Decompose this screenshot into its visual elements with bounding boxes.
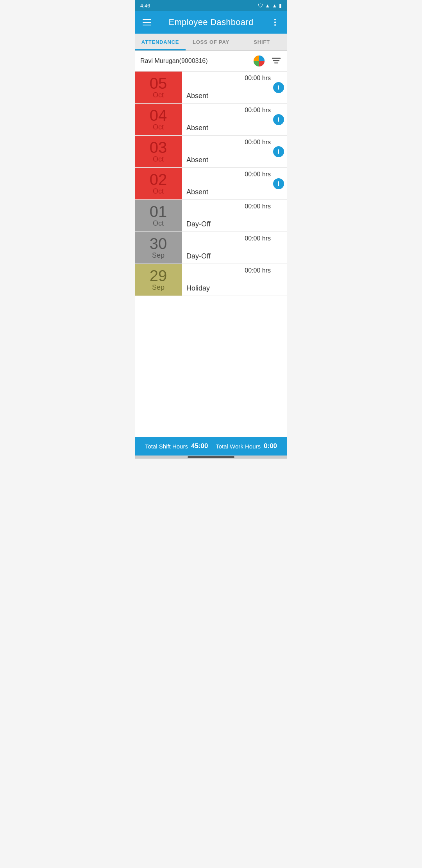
date-day: 02 bbox=[150, 172, 167, 187]
info-button[interactable]: i bbox=[273, 114, 284, 125]
attendance-hours: 00:00 hrs bbox=[186, 107, 283, 114]
work-hours-label: Total Work Hours bbox=[216, 443, 261, 450]
info-column: 00:00 hrsAbsenti bbox=[182, 136, 287, 167]
tab-attendance[interactable]: ATTENDANCE bbox=[135, 34, 186, 50]
attendance-status: Day-Off bbox=[186, 252, 283, 260]
header-title: Employee Dashboard bbox=[169, 17, 254, 27]
attendance-row: 29Sep00:00 hrsHoliday bbox=[135, 264, 287, 296]
battery-icon: ▮ bbox=[279, 3, 282, 9]
date-month: Oct bbox=[153, 219, 164, 228]
attendance-row: 03Oct00:00 hrsAbsenti bbox=[135, 136, 287, 168]
pie-chart-icon[interactable] bbox=[253, 55, 265, 67]
menu-button[interactable] bbox=[141, 16, 153, 28]
status-bar: 4:46 🛡 ▲ ▲ ▮ bbox=[135, 0, 287, 11]
attendance-hours: 00:00 hrs bbox=[186, 203, 283, 210]
attendance-status: Absent bbox=[186, 156, 283, 164]
wifi-icon: ▲ bbox=[272, 3, 277, 9]
info-column: 00:00 hrsAbsenti bbox=[182, 104, 287, 135]
date-column: 01Oct bbox=[135, 200, 182, 231]
signal-icon: ▲ bbox=[265, 3, 270, 9]
tab-bar: ATTENDANCE LOSS OF PAY SHIFT bbox=[135, 34, 287, 51]
attendance-status: Absent bbox=[186, 188, 283, 196]
date-column: 30Sep bbox=[135, 232, 182, 264]
attendance-row: 30Sep00:00 hrsDay-Off bbox=[135, 232, 287, 264]
attendance-status: Absent bbox=[186, 92, 283, 100]
attendance-hours: 00:00 hrs bbox=[186, 139, 283, 146]
employee-row: Ravi Murugan(9000316) bbox=[135, 51, 287, 72]
date-column: 04Oct bbox=[135, 104, 182, 135]
date-month: Oct bbox=[153, 123, 164, 131]
tab-shift[interactable]: SHIFT bbox=[236, 34, 287, 50]
attendance-list: 05Oct00:00 hrsAbsenti04Oct00:00 hrsAbsen… bbox=[135, 72, 287, 296]
date-month: Oct bbox=[153, 155, 164, 163]
info-column: 00:00 hrsDay-Off bbox=[182, 200, 287, 231]
filter-button[interactable] bbox=[271, 56, 282, 66]
attendance-hours: 00:00 hrs bbox=[186, 75, 283, 82]
employee-actions bbox=[253, 55, 282, 67]
attendance-hours: 00:00 hrs bbox=[186, 171, 283, 178]
info-column: 00:00 hrsAbsenti bbox=[182, 168, 287, 199]
attendance-hours: 00:00 hrs bbox=[186, 235, 283, 242]
attendance-row: 02Oct00:00 hrsAbsenti bbox=[135, 168, 287, 200]
info-button[interactable]: i bbox=[273, 178, 284, 189]
work-hours-value: 0:00 bbox=[264, 442, 277, 450]
empty-area bbox=[135, 296, 287, 437]
date-column: 29Sep bbox=[135, 264, 182, 296]
shift-hours-label: Total Shift Hours bbox=[145, 443, 188, 450]
attendance-status: Day-Off bbox=[186, 220, 283, 228]
info-column: 00:00 hrsHoliday bbox=[182, 264, 287, 296]
date-day: 04 bbox=[150, 108, 167, 123]
date-day: 05 bbox=[150, 75, 167, 91]
info-button[interactable]: i bbox=[273, 82, 284, 93]
attendance-row: 01Oct00:00 hrsDay-Off bbox=[135, 200, 287, 232]
tab-loss-of-pay[interactable]: LOSS OF PAY bbox=[186, 34, 236, 50]
status-time: 4:46 bbox=[140, 3, 150, 9]
info-column: 00:00 hrsDay-Off bbox=[182, 232, 287, 264]
more-options-button[interactable] bbox=[269, 16, 281, 28]
date-month: Sep bbox=[152, 283, 165, 292]
date-day: 29 bbox=[150, 268, 167, 283]
date-day: 30 bbox=[150, 236, 167, 251]
work-hours-item: Total Work Hours 0:00 bbox=[216, 442, 277, 450]
date-month: Sep bbox=[152, 251, 165, 260]
date-month: Oct bbox=[153, 91, 164, 99]
date-month: Oct bbox=[153, 187, 164, 195]
info-column: 00:00 hrsAbsenti bbox=[182, 72, 287, 103]
nav-bar bbox=[188, 456, 234, 458]
shield-icon: 🛡 bbox=[258, 3, 263, 9]
shift-hours-item: Total Shift Hours 45:00 bbox=[145, 442, 208, 450]
nav-indicator bbox=[135, 456, 287, 459]
attendance-row: 04Oct00:00 hrsAbsenti bbox=[135, 104, 287, 136]
date-day: 03 bbox=[150, 140, 167, 155]
time-display: 4:46 bbox=[140, 3, 150, 9]
shift-hours-value: 45:00 bbox=[191, 442, 208, 450]
footer: Total Shift Hours 45:00 Total Work Hours… bbox=[135, 437, 287, 456]
date-column: 03Oct bbox=[135, 136, 182, 167]
date-column: 02Oct bbox=[135, 168, 182, 199]
attendance-hours: 00:00 hrs bbox=[186, 267, 283, 274]
attendance-row: 05Oct00:00 hrsAbsenti bbox=[135, 72, 287, 104]
employee-name: Ravi Murugan(9000316) bbox=[140, 57, 208, 65]
attendance-status: Holiday bbox=[186, 284, 283, 292]
date-column: 05Oct bbox=[135, 72, 182, 103]
app-header: Employee Dashboard bbox=[135, 11, 287, 34]
attendance-status: Absent bbox=[186, 124, 283, 132]
status-icons: 🛡 ▲ ▲ ▮ bbox=[258, 3, 282, 9]
info-button[interactable]: i bbox=[273, 146, 284, 157]
date-day: 01 bbox=[150, 204, 167, 219]
